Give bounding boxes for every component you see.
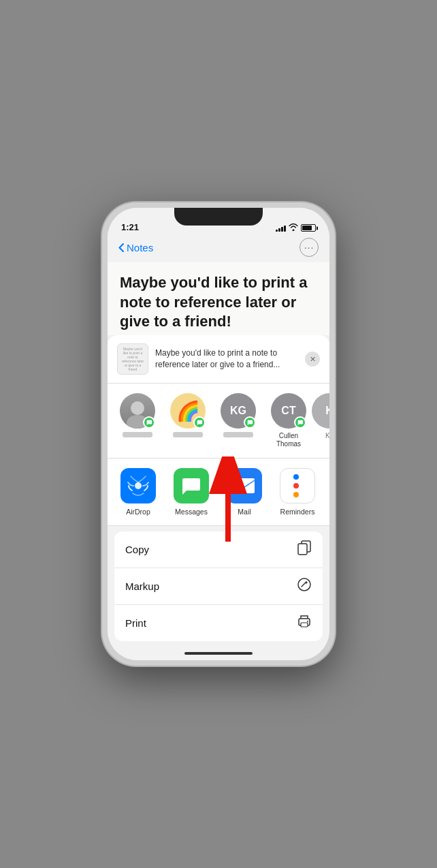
print-action[interactable]: Print xyxy=(114,605,323,641)
mail-icon xyxy=(227,468,262,503)
phone-screen: 1:21 xyxy=(108,208,329,660)
markup-label: Markup xyxy=(125,580,159,592)
contact-avatar: K xyxy=(312,393,329,429)
contact-item[interactable]: KG xyxy=(215,393,261,448)
share-preview-close-button[interactable]: ✕ xyxy=(305,352,320,367)
contact-avatar: 🌈 xyxy=(170,393,206,429)
reminders-icon xyxy=(280,468,315,503)
contact-name-blurred xyxy=(123,432,152,437)
back-label: Notes xyxy=(127,242,153,253)
svg-rect-3 xyxy=(234,478,255,493)
contact-initials: K xyxy=(312,393,329,429)
contacts-row: 🌈 KG xyxy=(108,384,329,459)
markup-icon xyxy=(297,577,312,595)
airdrop-icon xyxy=(120,468,156,503)
contact-name: Ka xyxy=(325,432,329,439)
message-badge xyxy=(244,416,256,429)
wifi-icon xyxy=(289,223,298,232)
share-preview-thumbnail: Maybe you'd like to print a note to refe… xyxy=(117,343,148,375)
app-label-mail: Mail xyxy=(238,508,250,516)
more-icon: ··· xyxy=(304,242,314,253)
contact-item[interactable]: 🌈 xyxy=(165,393,211,448)
phone-frame: 1:21 xyxy=(102,202,335,666)
apps-row: AirDrop Messages xyxy=(108,459,329,526)
contact-name-blurred xyxy=(223,432,253,437)
status-time: 1:21 xyxy=(121,222,139,232)
status-icons xyxy=(276,223,316,232)
contact-item[interactable]: K Ka xyxy=(316,393,329,448)
contact-avatar: KG xyxy=(221,393,256,429)
app-label-messages: Messages xyxy=(175,508,208,516)
more-button[interactable]: ··· xyxy=(300,238,319,257)
app-label-airdrop: AirDrop xyxy=(126,508,150,516)
notch xyxy=(174,208,263,226)
contact-name: CullenThomas xyxy=(276,432,301,448)
svg-point-2 xyxy=(135,482,142,489)
app-item-mail[interactable]: Mail xyxy=(219,468,270,516)
action-rows: Copy Markup xyxy=(114,531,323,641)
message-badge xyxy=(143,416,155,429)
app-item-reminders[interactable]: Reminders xyxy=(272,468,323,516)
app-item-airdrop[interactable]: AirDrop xyxy=(113,468,163,516)
share-sheet: Maybe you'd like to print a note to refe… xyxy=(108,335,329,660)
contact-avatar: CT xyxy=(271,393,306,429)
svg-point-0 xyxy=(131,401,144,415)
message-badge xyxy=(193,416,206,429)
svg-point-10 xyxy=(307,621,308,622)
contact-item[interactable] xyxy=(114,393,161,448)
contact-name-blurred xyxy=(173,432,203,437)
contact-avatar xyxy=(120,393,155,429)
back-button[interactable]: Notes xyxy=(118,242,153,253)
contact-item[interactable]: CT CullenThomas xyxy=(265,393,312,448)
home-indicator xyxy=(108,647,329,660)
copy-action[interactable]: Copy xyxy=(114,531,323,568)
svg-rect-9 xyxy=(301,623,308,627)
battery-icon xyxy=(301,224,316,232)
messages-icon xyxy=(174,468,209,503)
print-icon xyxy=(297,614,312,632)
copy-label: Copy xyxy=(125,544,149,555)
share-preview-text: Maybe you'd like to print a note to refe… xyxy=(155,347,298,371)
home-bar xyxy=(184,652,253,655)
svg-point-7 xyxy=(306,582,308,584)
share-preview: Maybe you'd like to print a note to refe… xyxy=(108,335,329,384)
app-label-reminders: Reminders xyxy=(280,508,315,516)
svg-rect-5 xyxy=(298,544,307,555)
copy-icon xyxy=(297,540,312,559)
print-label: Print xyxy=(125,617,146,629)
message-badge xyxy=(294,416,306,429)
battery-fill xyxy=(302,226,312,230)
signal-bars-icon xyxy=(276,225,286,232)
markup-action[interactable]: Markup xyxy=(114,568,323,605)
note-title: Maybe you'd like to print a note to refe… xyxy=(120,273,317,332)
nav-bar: Notes ··· xyxy=(108,235,329,262)
note-content: Maybe you'd like to print a note to refe… xyxy=(108,262,329,335)
app-item-messages[interactable]: Messages xyxy=(166,468,216,516)
